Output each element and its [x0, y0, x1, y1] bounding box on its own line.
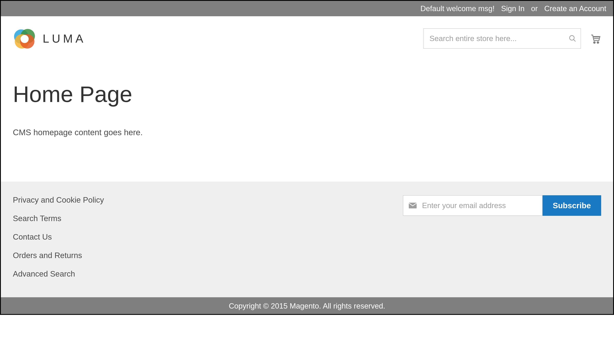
create-account-link[interactable]: Create an Account [544, 4, 606, 13]
or-label: or [531, 4, 538, 13]
page-title: Home Page [13, 81, 601, 107]
search-box[interactable] [423, 28, 581, 49]
welcome-message: Default welcome msg! [420, 4, 495, 13]
svg-point-5 [570, 36, 574, 40]
svg-point-10 [597, 42, 599, 43]
copyright-text: Copyright © 2015 Magento. All rights res… [229, 302, 385, 310]
top-bar: Default welcome msg! Sign In or Create a… [1, 1, 613, 16]
subscribe-button[interactable]: Subscribe [543, 195, 601, 216]
copyright-bar: Copyright © 2015 Magento. All rights res… [1, 297, 613, 314]
svg-point-4 [21, 35, 29, 43]
header-right [423, 28, 601, 49]
newsletter-input-wrap[interactable] [403, 195, 543, 216]
footer: Privacy and Cookie Policy Search Terms C… [1, 182, 613, 297]
luma-logo-icon [13, 26, 37, 51]
search-icon[interactable] [569, 35, 576, 42]
footer-link-contact-us[interactable]: Contact Us [13, 232, 104, 241]
header: LUMA [1, 16, 613, 61]
newsletter-email-input[interactable] [422, 201, 537, 210]
sign-in-link[interactable]: Sign In [501, 4, 525, 13]
svg-line-6 [573, 39, 576, 42]
brand-name: LUMA [43, 32, 86, 45]
page-frame: Default welcome msg! Sign In or Create a… [0, 0, 614, 315]
footer-link-search-terms[interactable]: Search Terms [13, 214, 104, 223]
main-content: Home Page CMS homepage content goes here… [1, 61, 613, 182]
brand-logo[interactable]: LUMA [13, 26, 86, 51]
cart-icon[interactable] [589, 33, 601, 44]
svg-point-9 [594, 42, 595, 43]
footer-link-advanced-search[interactable]: Advanced Search [13, 269, 104, 278]
newsletter-form: Subscribe [403, 195, 601, 216]
footer-link-privacy[interactable]: Privacy and Cookie Policy [13, 195, 104, 205]
footer-link-orders-returns[interactable]: Orders and Returns [13, 251, 104, 260]
mail-icon [409, 202, 417, 209]
footer-links: Privacy and Cookie Policy Search Terms C… [13, 195, 104, 278]
search-input[interactable] [429, 34, 569, 43]
cms-content: CMS homepage content goes here. [13, 128, 601, 137]
